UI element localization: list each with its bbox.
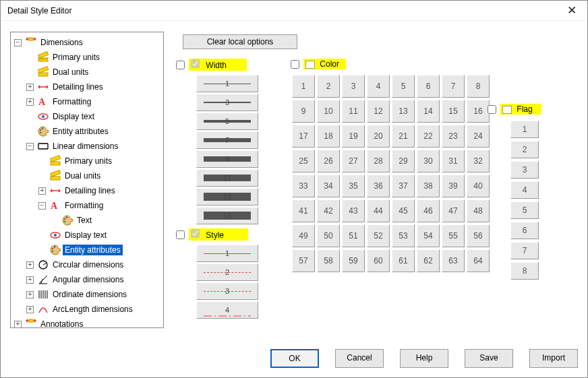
tree-node-dual-units[interactable]: Dual units (12, 168, 162, 183)
color-cell[interactable]: 23 (442, 125, 465, 148)
import-button[interactable]: Import (529, 349, 578, 368)
tree-node-angular-dimensions[interactable]: + Angular dimensions (12, 272, 162, 287)
tree-node-entity-attributes-selected[interactable]: Entity attributes (12, 243, 162, 257)
tree-node-primary-units[interactable]: Primary units (12, 154, 162, 168)
tree-node-display-text[interactable]: Display text (12, 109, 162, 124)
style-enable-checkbox[interactable] (176, 230, 185, 239)
color-cell[interactable]: 62 (417, 249, 440, 272)
cancel-button[interactable]: Cancel (335, 349, 384, 368)
tree-node-dimensions[interactable]: − Dimensions (12, 35, 162, 50)
expand-icon[interactable]: + (26, 98, 34, 106)
color-cell[interactable]: 18 (317, 125, 340, 148)
color-cell[interactable]: 38 (417, 175, 440, 197)
help-button[interactable]: Help (400, 349, 448, 368)
color-cell[interactable]: 9 (292, 100, 315, 123)
color-cell[interactable]: 21 (392, 125, 415, 148)
color-cell[interactable]: 35 (342, 175, 365, 197)
color-cell[interactable]: 24 (467, 125, 490, 148)
color-cell[interactable]: 30 (417, 150, 440, 172)
save-button[interactable]: Save (465, 349, 513, 368)
expand-icon[interactable]: + (26, 276, 34, 284)
flag-cell[interactable]: 4 (510, 181, 539, 199)
tree-node-linear-dimensions[interactable]: − Linear dimensions (12, 139, 162, 154)
expand-icon[interactable]: + (38, 187, 46, 195)
color-cell[interactable]: 42 (317, 199, 340, 222)
ok-button[interactable]: OK (270, 349, 319, 368)
color-cell[interactable]: 32 (467, 150, 490, 172)
color-cell[interactable]: 2 (317, 75, 340, 98)
color-cell[interactable]: 13 (392, 100, 415, 123)
color-cell[interactable]: 64 (467, 249, 490, 272)
color-cell[interactable]: 49 (292, 224, 315, 247)
color-cell[interactable]: 43 (342, 199, 365, 222)
width-option[interactable]: 5 (196, 113, 258, 130)
color-cell[interactable]: 1 (292, 75, 315, 98)
style-tree[interactable]: − Dimensions Primary units Dual units + (10, 32, 164, 328)
color-cell[interactable]: 15 (442, 100, 465, 123)
flag-enable-checkbox[interactable] (488, 105, 496, 114)
tree-node-dual-units[interactable]: Dual units (12, 65, 162, 80)
color-cell[interactable]: 50 (317, 224, 340, 247)
color-cell[interactable]: 44 (367, 199, 390, 222)
style-option[interactable]: 2 (196, 263, 258, 281)
width-option[interactable]: 15 (196, 207, 258, 224)
color-cell[interactable]: 39 (442, 175, 465, 197)
collapse-icon[interactable]: − (38, 202, 46, 210)
collapse-icon[interactable]: − (26, 143, 34, 150)
tree-node-circular-dimensions[interactable]: + Circular dimensions (12, 257, 162, 272)
style-option[interactable]: 3 (196, 282, 258, 300)
color-cell[interactable]: 55 (442, 224, 465, 247)
color-cell[interactable]: 29 (392, 150, 415, 172)
color-cell[interactable]: 48 (467, 199, 490, 222)
expand-icon[interactable]: + (26, 306, 34, 313)
tree-node-annotations[interactable]: + Annotations (12, 317, 162, 328)
color-cell[interactable]: 31 (442, 150, 465, 172)
expand-icon[interactable]: + (26, 261, 34, 269)
color-cell[interactable]: 5 (392, 75, 415, 98)
style-option[interactable]: 1 (196, 245, 258, 262)
color-cell[interactable]: 12 (367, 100, 390, 123)
color-cell[interactable]: 53 (392, 224, 415, 247)
color-cell[interactable]: 11 (342, 100, 365, 123)
color-cell[interactable]: 40 (467, 175, 490, 197)
tree-node-detailing-lines[interactable]: + Detailing lines (12, 183, 162, 198)
clear-local-options-button[interactable]: Clear local options (183, 34, 297, 49)
color-cell[interactable]: 46 (417, 199, 440, 222)
flag-cell[interactable]: 5 (510, 201, 539, 219)
flag-cell[interactable]: 6 (510, 222, 539, 239)
tree-node-display-text[interactable]: Display text (12, 228, 162, 243)
flag-cell[interactable]: 8 (510, 262, 539, 280)
color-enable-checkbox[interactable] (291, 60, 299, 69)
style-option[interactable]: 4 (196, 301, 258, 319)
color-cell[interactable]: 3 (342, 75, 365, 98)
width-option[interactable]: 13 (196, 188, 258, 206)
width-option[interactable]: 3 (196, 94, 258, 111)
tree-node-ordinate-dimensions[interactable]: + Ordinate dimensions (12, 287, 162, 302)
color-cell[interactable]: 4 (367, 75, 390, 98)
color-cell[interactable]: 51 (342, 224, 365, 247)
tree-node-arclength-dimensions[interactable]: + ArcLength dimensions (12, 302, 162, 317)
collapse-icon[interactable]: − (14, 39, 22, 46)
color-cell[interactable]: 17 (292, 125, 315, 148)
width-option[interactable]: 7 (196, 131, 258, 149)
flag-cell[interactable]: 2 (510, 141, 539, 158)
tree-node-text[interactable]: Text (12, 213, 162, 228)
color-cell[interactable]: 16 (467, 100, 490, 123)
color-cell[interactable]: 56 (467, 224, 490, 247)
color-cell[interactable]: 52 (367, 224, 390, 247)
color-cell[interactable]: 54 (417, 224, 440, 247)
flag-cell[interactable]: 1 (510, 121, 539, 138)
expand-icon[interactable]: + (14, 321, 22, 328)
width-option[interactable]: 1 (196, 75, 258, 92)
color-cell[interactable]: 41 (292, 199, 315, 222)
color-cell[interactable]: 61 (392, 249, 415, 272)
width-enable-checkbox[interactable] (176, 61, 185, 69)
flag-cell[interactable]: 7 (510, 242, 539, 259)
flag-cell[interactable]: 3 (510, 161, 539, 179)
color-cell[interactable]: 25 (292, 150, 315, 172)
close-button[interactable]: ✕ (563, 3, 581, 18)
color-cell[interactable]: 26 (317, 150, 340, 172)
color-cell[interactable]: 10 (317, 100, 340, 123)
color-cell[interactable]: 8 (467, 75, 490, 98)
color-cell[interactable]: 47 (442, 199, 465, 222)
